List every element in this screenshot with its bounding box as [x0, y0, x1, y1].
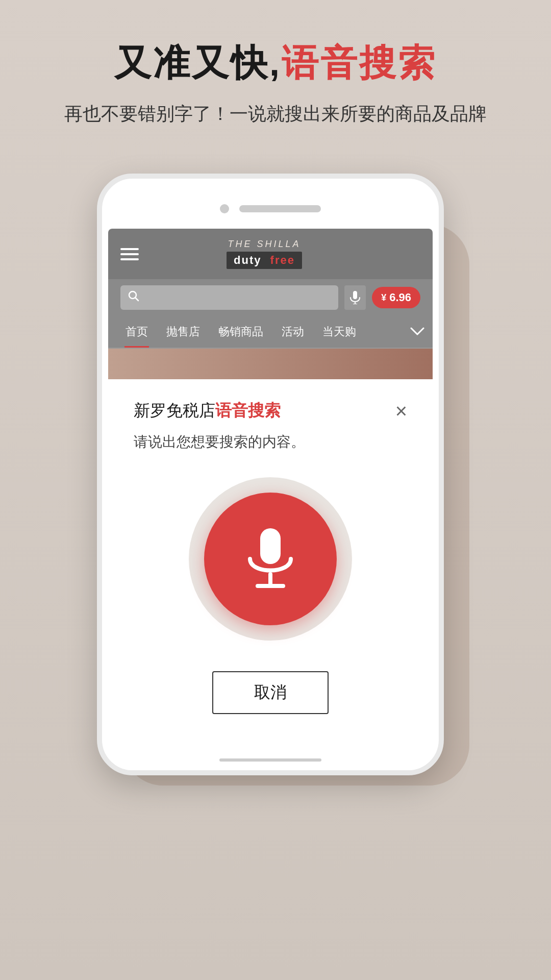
subtitle: 再也不要错别字了！一说就搜出来所要的商品及品牌 — [31, 100, 520, 128]
svg-rect-5 — [260, 528, 281, 564]
voice-title-black: 新罗免税店 — [134, 401, 215, 420]
logo-duty-free: duty free — [227, 252, 302, 269]
nav-tab-outlet[interactable]: 抛售店 — [157, 316, 209, 348]
hamburger-line-1 — [120, 248, 139, 250]
phone-body: The Shilla duty free — [97, 174, 444, 775]
app-header: The Shilla duty free — [108, 229, 433, 279]
hamburger-menu-icon[interactable] — [120, 248, 139, 260]
cancel-button[interactable]: 取消 — [212, 671, 329, 714]
search-mic-icon[interactable] — [344, 285, 366, 310]
svg-rect-2 — [353, 291, 357, 299]
phone-mockup: The Shilla duty free — [97, 174, 454, 775]
svg-line-1 — [136, 298, 139, 301]
tab-label-home: 首页 — [126, 325, 148, 338]
hamburger-line-3 — [120, 258, 139, 260]
logo-duty: duty — [234, 254, 261, 266]
nav-tab-home[interactable]: 首页 — [116, 316, 157, 348]
voice-subtitle: 请说出您想要搜索的内容。 — [134, 432, 407, 452]
main-title-red: 语音搜索 — [282, 42, 437, 83]
close-button[interactable]: × — [395, 401, 407, 421]
nav-tab-activity[interactable]: 活动 — [272, 316, 313, 348]
hamburger-line-2 — [120, 253, 139, 255]
nav-tab-bestseller[interactable]: 畅销商品 — [209, 316, 272, 348]
phone-camera-dot — [220, 204, 229, 213]
balance-value: 6.96 — [389, 291, 411, 304]
logo-brand: The Shilla — [139, 239, 390, 250]
nav-dropdown-icon[interactable] — [410, 324, 424, 340]
voice-title: 新罗免税店语音搜索 — [134, 400, 281, 422]
cancel-btn-area: 取消 — [134, 671, 407, 724]
tab-label-outlet: 抛售店 — [166, 325, 200, 338]
main-title-black: 又准又快, — [114, 42, 282, 83]
logo-free: free — [270, 254, 295, 266]
search-bar: ¥ 6.96 — [108, 279, 433, 316]
balance-badge: ¥ 6.96 — [372, 287, 420, 308]
nav-tab-today[interactable]: 当天购 — [313, 316, 365, 348]
yen-symbol: ¥ — [381, 292, 386, 303]
app-banner — [108, 349, 433, 379]
mic-button-area — [134, 477, 407, 641]
top-section: 又准又快,语音搜索 再也不要错别字了！一说就搜出来所要的商品及品牌 — [0, 41, 551, 128]
voice-overlay-header: 新罗免税店语音搜索 × — [134, 400, 407, 422]
tab-label-activity: 活动 — [282, 325, 304, 338]
mic-button[interactable] — [204, 493, 337, 625]
phone-speaker — [239, 205, 321, 212]
search-input-area[interactable] — [120, 285, 338, 310]
tab-label-today: 当天购 — [322, 325, 356, 338]
app-content: The Shilla duty free — [108, 229, 433, 379]
voice-search-overlay: 新罗免税店语音搜索 × 请说出您想要搜索的内容。 — [108, 379, 433, 750]
mic-outer-ring — [189, 477, 352, 641]
nav-tabs: 首页 抛售店 畅销商品 活动 当天购 — [108, 316, 433, 349]
voice-title-red: 语音搜索 — [215, 401, 281, 420]
tab-label-bestseller: 畅销商品 — [218, 325, 263, 338]
phone-home-bar — [219, 758, 321, 762]
phone-bottom — [102, 750, 439, 770]
search-icon — [128, 290, 140, 305]
main-title: 又准又快,语音搜索 — [31, 41, 520, 85]
logo-area: The Shilla duty free — [139, 239, 390, 269]
phone-top-bar — [102, 204, 439, 229]
